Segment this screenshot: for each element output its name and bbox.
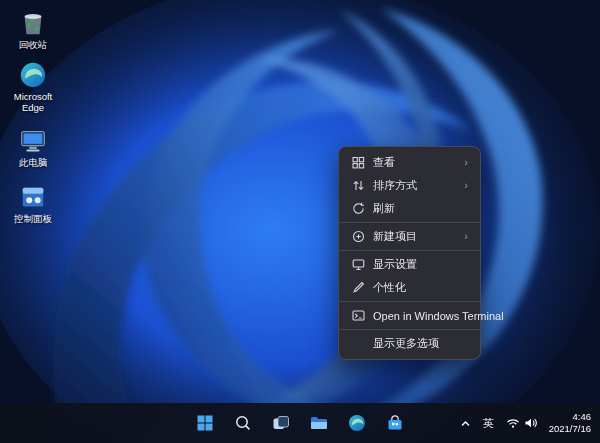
- desktop-icon-this-pc[interactable]: 此电脑: [4, 126, 62, 169]
- menu-item-label: 排序方式: [373, 178, 456, 193]
- task-view-icon: [271, 413, 291, 433]
- menu-item-personalize[interactable]: 个性化: [342, 276, 477, 299]
- edge-button[interactable]: [340, 407, 374, 439]
- menu-item-view[interactable]: 查看 ›: [342, 151, 477, 174]
- chevron-right-icon: ›: [464, 157, 468, 168]
- folder-icon: [309, 413, 329, 433]
- taskbar-center: [188, 403, 412, 443]
- menu-item-label: 新建项目: [373, 229, 456, 244]
- control-panel-icon: [18, 182, 48, 212]
- edge-icon: [347, 413, 367, 433]
- file-explorer-button[interactable]: [302, 407, 336, 439]
- menu-separator: [339, 222, 480, 223]
- menu-item-label: Open in Windows Terminal: [373, 310, 504, 322]
- sort-icon: [351, 179, 365, 193]
- blank-icon: [351, 337, 365, 351]
- clock[interactable]: 4:46 2021/7/16: [545, 411, 598, 436]
- menu-item-new[interactable]: 新建项目 ›: [342, 225, 477, 248]
- menu-item-label: 刷新: [373, 201, 468, 216]
- speaker-icon: [524, 417, 538, 429]
- network-volume-button[interactable]: [501, 407, 543, 439]
- search-icon: [233, 413, 253, 433]
- desktop-icon-control-panel[interactable]: 控制面板: [4, 182, 62, 225]
- store-button[interactable]: [378, 407, 412, 439]
- show-hidden-icons-button[interactable]: [455, 407, 476, 439]
- desktop-icon-label: 此电脑: [19, 158, 48, 169]
- menu-item-label: 查看: [373, 155, 456, 170]
- task-view-button[interactable]: [264, 407, 298, 439]
- desktop-icon-recycle-bin[interactable]: 回收站: [4, 8, 62, 51]
- menu-item-show-more-options[interactable]: 显示更多选项: [342, 332, 477, 355]
- menu-item-refresh[interactable]: 刷新: [342, 197, 477, 220]
- language-indicator[interactable]: 英: [478, 407, 499, 439]
- chevron-right-icon: ›: [464, 180, 468, 191]
- tray-date: 2021/7/16: [549, 423, 591, 435]
- context-menu: 查看 › 排序方式 › 刷新 新建项目 › 显示设置 个性化: [338, 146, 481, 360]
- menu-separator: [339, 250, 480, 251]
- refresh-icon: [351, 202, 365, 216]
- menu-item-label: 个性化: [373, 280, 468, 295]
- start-button[interactable]: [188, 407, 222, 439]
- view-icon: [351, 156, 365, 170]
- menu-item-open-windows-terminal[interactable]: Open in Windows Terminal: [342, 304, 477, 327]
- menu-separator: [339, 301, 480, 302]
- desktop-icon-label: Microsoft Edge: [4, 92, 62, 114]
- recycle-bin-icon: [18, 8, 48, 38]
- chevron-right-icon: ›: [464, 231, 468, 242]
- desktop-icon-label: 控制面板: [14, 214, 52, 225]
- this-pc-icon: [18, 126, 48, 156]
- search-button[interactable]: [226, 407, 260, 439]
- menu-item-label: 显示更多选项: [373, 336, 468, 351]
- menu-separator: [339, 329, 480, 330]
- desktop-icon-edge[interactable]: Microsoft Edge: [4, 60, 62, 114]
- chevron-up-icon: [460, 418, 471, 429]
- taskbar-tray: 英 4:46 2021/7/16: [455, 403, 598, 443]
- edge-icon: [18, 60, 48, 90]
- wifi-icon: [506, 417, 520, 429]
- tray-time: 4:46: [549, 411, 591, 423]
- store-icon: [385, 413, 405, 433]
- personalize-icon: [351, 281, 365, 295]
- menu-item-sort-by[interactable]: 排序方式 ›: [342, 174, 477, 197]
- windows-logo-icon: [195, 413, 215, 433]
- new-item-icon: [351, 230, 365, 244]
- menu-item-display-settings[interactable]: 显示设置: [342, 253, 477, 276]
- display-settings-icon: [351, 258, 365, 272]
- desktop-icon-label: 回收站: [19, 40, 48, 51]
- terminal-icon: [351, 309, 365, 323]
- wallpaper: [0, 0, 600, 443]
- menu-item-label: 显示设置: [373, 257, 468, 272]
- taskbar: 英 4:46 2021/7/16: [0, 403, 600, 443]
